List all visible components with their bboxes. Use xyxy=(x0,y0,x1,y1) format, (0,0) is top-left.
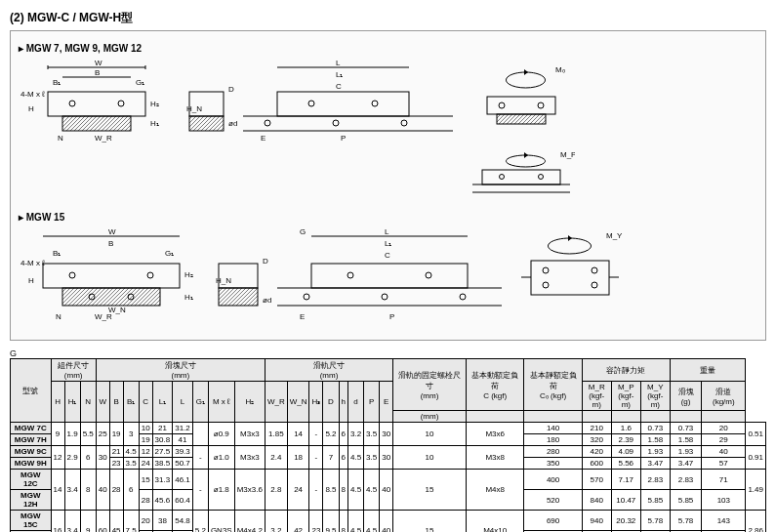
svg-rect-44 xyxy=(482,170,560,184)
section-title: (2) MGW-C / MGW-H型 xyxy=(10,10,766,26)
front-view-small: W B B₁G₁ 4-M x ℓ H H₂ H₁ N W_R xyxy=(19,58,175,145)
svg-point-30 xyxy=(372,101,378,106)
svg-rect-88 xyxy=(531,261,609,295)
svg-text:H: H xyxy=(28,276,34,285)
svg-text:E: E xyxy=(300,312,305,321)
svg-text:L₁: L₁ xyxy=(385,239,391,248)
svg-text:M₀: M₀ xyxy=(555,65,565,74)
svg-point-35 xyxy=(401,120,407,126)
svg-text:B: B xyxy=(108,239,113,248)
svg-rect-9 xyxy=(48,92,145,116)
front-view-large: W B B₁G₁ 4-M x ℓ H H₂ H₁ N W_R W_N xyxy=(19,226,204,324)
svg-text:D: D xyxy=(263,257,268,266)
svg-point-82 xyxy=(304,294,309,300)
svg-text:W_R: W_R xyxy=(95,134,112,143)
svg-text:M_Y: M_Y xyxy=(606,231,623,240)
svg-text:D: D xyxy=(228,85,234,94)
svg-text:W_N: W_N xyxy=(108,306,126,314)
svg-point-29 xyxy=(308,101,314,106)
svg-text:H_N: H_N xyxy=(216,276,231,285)
svg-text:H_N: H_N xyxy=(186,104,202,113)
svg-text:G₁: G₁ xyxy=(165,249,174,258)
svg-text:N: N xyxy=(58,134,63,143)
col-bolt: 滑軌的固定螺栓尺寸(mm) xyxy=(393,359,467,411)
svg-point-42 xyxy=(538,102,544,108)
diagram-subtitle-2: ▸ MGW 15 xyxy=(19,212,757,223)
svg-text:L₁: L₁ xyxy=(336,70,343,79)
svg-text:C: C xyxy=(336,82,342,91)
col-rail: 滑軌尺寸(mm) xyxy=(265,359,392,382)
svg-point-79 xyxy=(426,272,431,278)
col-block: 滑塊尺寸(mm) xyxy=(96,359,265,382)
col-stat: 基本靜額定負荷C₀ (kgf) xyxy=(524,359,582,411)
svg-text:W: W xyxy=(95,59,102,67)
svg-text:4-M x ℓ: 4-M x ℓ xyxy=(20,90,45,99)
svg-point-90 xyxy=(592,267,597,273)
svg-text:ød: ød xyxy=(263,296,271,305)
spec-table: 型號 組件尺寸(mm) 滑塊尺寸(mm) 滑軌尺寸(mm) 滑軌的固定螺栓尺寸(… xyxy=(10,358,766,532)
svg-point-13 xyxy=(118,101,124,106)
svg-rect-11 xyxy=(62,116,131,131)
svg-text:M_P: M_P xyxy=(560,150,575,159)
col-assy: 組件尺寸(mm) xyxy=(51,359,96,382)
moment-mo: M₀ xyxy=(468,58,575,145)
svg-text:G₁: G₁ xyxy=(136,78,144,87)
svg-rect-39 xyxy=(487,97,555,114)
svg-point-34 xyxy=(333,120,339,126)
svg-point-84 xyxy=(460,294,466,300)
svg-text:H₂: H₂ xyxy=(184,270,193,279)
svg-text:W: W xyxy=(108,227,116,236)
svg-point-78 xyxy=(347,272,353,278)
svg-point-41 xyxy=(499,102,505,108)
svg-rect-56 xyxy=(62,288,160,306)
svg-text:4-M x ℓ: 4-M x ℓ xyxy=(20,259,45,267)
svg-rect-77 xyxy=(311,264,468,288)
svg-text:H₂: H₂ xyxy=(150,100,159,108)
svg-text:N: N xyxy=(56,312,61,321)
svg-text:B₁: B₁ xyxy=(53,249,61,258)
svg-text:L: L xyxy=(385,227,389,236)
svg-text:L: L xyxy=(336,59,341,67)
svg-text:G: G xyxy=(300,227,306,236)
col-weight: 重量 xyxy=(670,359,746,382)
svg-text:C: C xyxy=(385,251,390,260)
side-view-small: L L₁ C D ød H_N E P xyxy=(184,58,458,145)
svg-text:B: B xyxy=(95,68,100,77)
svg-rect-73 xyxy=(219,288,258,306)
diagram-container: ▸ MGW 7, MGW 9, MGW 12 W B B₁G₁ 4-M x ℓ … xyxy=(10,30,766,341)
svg-rect-28 xyxy=(277,92,409,116)
svg-point-58 xyxy=(147,272,153,278)
svg-point-83 xyxy=(382,294,388,300)
col-dyn: 基本動額定負荷C (kgf) xyxy=(466,359,524,411)
svg-text:E: E xyxy=(261,134,265,143)
svg-text:B₁: B₁ xyxy=(53,78,61,87)
col-model: 型號 xyxy=(11,359,52,423)
svg-rect-55 xyxy=(43,264,180,288)
svg-text:P: P xyxy=(389,312,394,321)
svg-point-57 xyxy=(69,272,75,278)
svg-point-12 xyxy=(69,101,75,106)
side-view-large: G L L₁ C D ød H_N E P xyxy=(214,226,507,324)
svg-text:H: H xyxy=(28,104,34,113)
svg-text:ød: ød xyxy=(228,119,237,128)
svg-point-48 xyxy=(539,175,544,180)
svg-rect-40 xyxy=(497,114,546,124)
diagram-subtitle-1: ▸ MGW 7, MGW 9, MGW 12 xyxy=(19,43,757,54)
svg-text:H₁: H₁ xyxy=(184,293,193,302)
svg-point-89 xyxy=(543,267,549,273)
moment-my: M_Y xyxy=(516,226,624,324)
svg-point-33 xyxy=(265,120,270,126)
svg-point-47 xyxy=(500,175,505,180)
svg-point-92 xyxy=(592,282,597,288)
moment-mp: M_P xyxy=(468,145,575,204)
svg-rect-24 xyxy=(189,116,224,131)
svg-point-91 xyxy=(543,282,549,288)
col-moment: 容許靜力矩 xyxy=(582,359,670,382)
svg-text:H₁: H₁ xyxy=(150,119,159,128)
svg-text:P: P xyxy=(341,134,346,143)
